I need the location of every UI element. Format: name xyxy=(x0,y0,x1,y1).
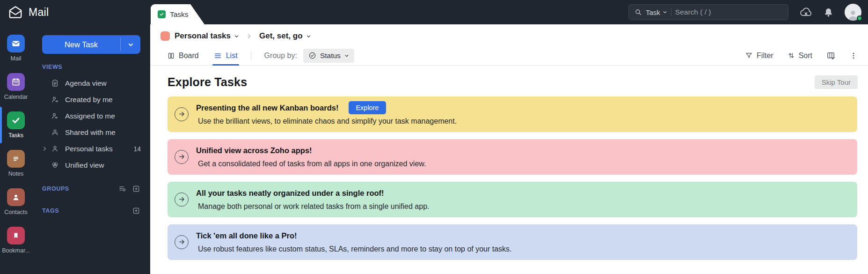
sort-button[interactable]: Sort xyxy=(788,52,812,60)
search-scope-value: Task xyxy=(646,8,660,16)
chevron-right-icon xyxy=(247,34,252,39)
sidebar-item-label: Shared with me xyxy=(65,128,116,137)
banner-subtitle: Use robust features like custom status, … xyxy=(196,244,512,255)
status-check-circle-icon xyxy=(308,52,316,59)
tour-banner-unified-view: Unified view across Zoho apps! Get a con… xyxy=(168,139,857,175)
new-task-dropdown-button[interactable] xyxy=(121,35,140,54)
sidebar-item-personal-tasks[interactable]: Personal tasks 14 xyxy=(32,141,150,157)
sidebar-item-label: Agenda view xyxy=(65,79,107,88)
sidebar-item-unified-view[interactable]: Unified view xyxy=(32,157,150,173)
banner-title: Presenting the all new Kanban boards! xyxy=(196,104,338,112)
page-title: Explore Tasks xyxy=(168,75,247,89)
list-icon xyxy=(214,52,222,59)
rail-item-calendar[interactable]: Calendar xyxy=(0,73,32,100)
sidebar-item-shared-with-me[interactable]: Shared with me xyxy=(32,124,150,141)
cloud-offline-icon[interactable] xyxy=(800,7,812,18)
rail-item-label: Contacts xyxy=(4,209,27,215)
banner-title: All your tasks neatly organized under a … xyxy=(196,189,384,198)
online-status-dot xyxy=(857,15,862,21)
top-bar: Mail Task xyxy=(0,0,868,24)
project-color-swatch xyxy=(160,31,170,41)
rail-item-notes[interactable]: Notes xyxy=(0,150,32,177)
group-by-value: Status xyxy=(320,52,341,60)
search-icon xyxy=(635,8,642,16)
rail-item-label: Mail xyxy=(11,55,22,62)
new-task-label: New Task xyxy=(42,35,120,54)
calendar-icon xyxy=(7,73,25,91)
banner-subtitle: Use the brilliant views, to eliminate ch… xyxy=(196,116,457,127)
search-scope-dropdown[interactable]: Task xyxy=(646,8,667,16)
banner-subtitle: Get a consolidated feed of tasks from al… xyxy=(196,158,426,170)
zoho-mail-logo-icon xyxy=(7,5,23,19)
person-arrow-left-icon xyxy=(51,112,59,120)
sidebar-item-agenda-view[interactable]: Agenda view xyxy=(32,75,150,91)
sort-label: Sort xyxy=(799,52,812,60)
breadcrumb-project-label: Personal tasks xyxy=(175,31,231,41)
arrow-right-circle-icon[interactable] xyxy=(175,107,189,121)
tags-section-header: TAGS xyxy=(42,207,59,214)
filter-label: Filter xyxy=(757,52,773,60)
manage-groups-icon[interactable] xyxy=(118,185,126,193)
search-input[interactable] xyxy=(675,8,782,16)
personal-tasks-count-badge: 14 xyxy=(133,145,141,153)
sidebar-item-created-by-me[interactable]: Created by me xyxy=(32,91,150,108)
tour-banner-single-roof: All your tasks neatly organized under a … xyxy=(168,182,857,217)
tab-tasks[interactable]: Tasks xyxy=(151,4,204,24)
arrow-right-circle-icon[interactable] xyxy=(175,150,189,164)
toolbar-divider xyxy=(251,52,251,60)
banner-title: Unified view across Zoho apps! xyxy=(196,146,312,155)
add-tag-icon[interactable] xyxy=(132,207,140,215)
breadcrumb-section-dropdown[interactable]: Get, set, go xyxy=(259,31,311,41)
view-toolbar: Board List Group by: Status xyxy=(150,46,868,66)
sidebar-item-assigned-to-me[interactable]: Assigned to me xyxy=(32,108,150,124)
chevron-down-icon xyxy=(306,34,311,39)
sidebar-item-label: Assigned to me xyxy=(65,112,115,120)
rail-item-label: Notes xyxy=(8,170,24,177)
arrow-right-circle-icon[interactable] xyxy=(175,193,189,207)
main-content: Tasks Personal tasks Get, set, go xyxy=(150,24,868,274)
banner-subtitle: Manage both personal or work related tas… xyxy=(196,201,430,212)
chevron-down-icon xyxy=(663,10,667,15)
tour-banner-kanban: Presenting the all new Kanban boards! Ex… xyxy=(168,96,857,132)
rail-item-contacts[interactable]: Contacts xyxy=(0,188,32,215)
explore-button[interactable]: Explore xyxy=(349,101,386,114)
groups-section-header: GROUPS xyxy=(42,185,69,192)
unified-venn-icon xyxy=(51,161,59,169)
breadcrumb: Personal tasks Get, set, go xyxy=(150,24,868,41)
group-by-status-dropdown[interactable]: Status xyxy=(303,49,354,63)
tab-list-view[interactable]: List xyxy=(214,46,238,65)
rail-item-tasks[interactable]: Tasks xyxy=(0,111,32,139)
tags-section-row: TAGS xyxy=(42,207,140,215)
person-icon xyxy=(51,145,59,153)
search-divider xyxy=(671,8,671,16)
add-group-icon[interactable] xyxy=(132,185,140,193)
user-avatar[interactable] xyxy=(845,4,861,21)
bookmark-icon xyxy=(7,227,25,244)
app-logo: Mail xyxy=(7,0,49,24)
new-task-button[interactable]: New Task xyxy=(42,35,140,54)
rail-item-mail[interactable]: Mail xyxy=(0,35,32,62)
rail-item-label: Tasks xyxy=(8,132,23,139)
rail-item-label: Bookmar... xyxy=(2,247,30,254)
agenda-icon xyxy=(51,79,59,87)
chevron-right-icon[interactable] xyxy=(42,146,47,151)
explore-header-row: Explore Tasks Skip Tour xyxy=(168,75,858,89)
mail-icon xyxy=(7,35,25,52)
arrow-right-circle-icon[interactable] xyxy=(175,235,189,249)
app-title: Mail xyxy=(29,6,49,19)
breadcrumb-project-dropdown[interactable]: Personal tasks xyxy=(175,31,239,41)
search-bar[interactable]: Task xyxy=(628,4,788,20)
app-rail: Mail Calendar Tasks xyxy=(0,24,32,274)
notifications-bell-icon[interactable] xyxy=(824,7,833,18)
tour-banner-pro: Tick 'em all done like a Pro! Use robust… xyxy=(168,224,857,260)
tab-board-view[interactable]: Board xyxy=(168,46,199,65)
rail-item-bookmarks[interactable]: Bookmar... xyxy=(0,227,32,254)
filter-button[interactable]: Filter xyxy=(745,52,773,60)
manage-columns-icon[interactable] xyxy=(826,51,835,60)
chevron-down-icon xyxy=(344,53,349,58)
person-share-icon xyxy=(51,128,59,136)
sort-arrows-icon xyxy=(788,52,795,59)
skip-tour-button[interactable]: Skip Tour xyxy=(815,75,858,89)
more-options-kebab-icon[interactable] xyxy=(849,52,858,60)
tasks-icon xyxy=(7,111,25,129)
